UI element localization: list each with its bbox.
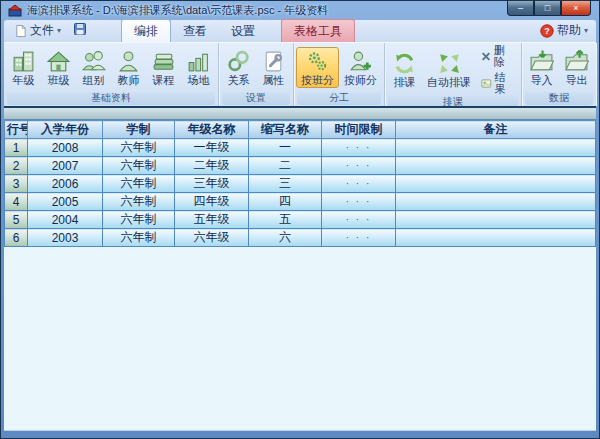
import-button-label: 导入 <box>531 74 553 87</box>
close-button[interactable]: × <box>561 1 591 16</box>
help-button[interactable]: ? 帮助 ▾ <box>538 20 596 42</box>
cell-grade-name[interactable]: 一年级 <box>175 139 249 157</box>
cell-abbr-name[interactable]: 六 <box>249 229 322 247</box>
result-button[interactable]: 结果 <box>481 71 514 95</box>
gears-icon <box>305 49 330 74</box>
cell-school-system[interactable]: 六年制 <box>103 211 175 229</box>
column-header-grade-name[interactable]: 年级名称 <box>175 121 249 139</box>
column-header-remark[interactable]: 备注 <box>396 121 596 139</box>
cell-school-system[interactable]: 六年制 <box>103 157 175 175</box>
maximize-button[interactable]: □ <box>534 1 561 16</box>
tab-table-tools[interactable]: 表格工具 <box>281 19 355 42</box>
cell-row-no[interactable]: 1 <box>5 139 28 157</box>
ribbon-group-basic-data: 年级 班级 组别 教师 课程 <box>4 43 219 106</box>
work-area: 行号 入学年份 学制 年级名称 缩写名称 时间限制 备注 1 2008 六年制 … <box>4 120 596 431</box>
tab-settings[interactable]: 设置 <box>219 20 267 42</box>
column-header-school-system[interactable]: 学制 <box>103 121 175 139</box>
auto-schedule-button[interactable]: 自动排课 <box>422 49 476 90</box>
cell-grade-name[interactable]: 三年级 <box>175 175 249 193</box>
window-title: 海滨排课系统 - D:\海滨排课系统\data\示范课表.psc - 年级资料 <box>27 3 328 18</box>
grade-button[interactable]: 年级 <box>6 47 41 88</box>
cell-row-no[interactable]: 5 <box>5 211 28 229</box>
delete-button-label: 删除 <box>494 44 514 68</box>
cell-time-limit[interactable]: · · · <box>322 175 396 193</box>
table-row: 3 2006 六年制 三年级 三 · · · <box>5 175 596 193</box>
cell-abbr-name[interactable]: 五 <box>249 211 322 229</box>
teacher-button[interactable]: 教师 <box>111 47 146 88</box>
cell-remark[interactable] <box>396 157 596 175</box>
column-header-entry-year[interactable]: 入学年份 <box>28 121 103 139</box>
column-header-abbr-name[interactable]: 缩写名称 <box>249 121 322 139</box>
cell-remark[interactable] <box>396 139 596 157</box>
cell-abbr-name[interactable]: 一 <box>249 139 322 157</box>
relation-button[interactable]: 关系 <box>221 47 256 88</box>
table-row: 1 2008 六年制 一年级 一 · · · <box>5 139 596 157</box>
cell-entry-year[interactable]: 2008 <box>28 139 103 157</box>
cell-time-limit[interactable]: · · · <box>322 157 396 175</box>
cell-abbr-name[interactable]: 三 <box>249 175 322 193</box>
export-button[interactable]: 导出 <box>559 47 594 88</box>
export-icon <box>564 49 589 74</box>
cell-time-limit[interactable]: · · · <box>322 193 396 211</box>
venue-button[interactable]: 场地 <box>181 47 216 88</box>
cell-grade-name[interactable]: 五年级 <box>175 211 249 229</box>
cell-remark[interactable] <box>396 229 596 247</box>
cell-entry-year[interactable]: 2004 <box>28 211 103 229</box>
window-controls: – □ × <box>507 1 591 16</box>
schedule-button[interactable]: 排课 <box>387 49 422 90</box>
tab-view[interactable]: 查看 <box>171 20 219 42</box>
cell-time-limit[interactable]: · · · <box>322 139 396 157</box>
tab-arrange[interactable]: 编排 <box>121 19 171 42</box>
divide-by-class-button[interactable]: 按班分 <box>296 47 339 88</box>
cell-abbr-name[interactable]: 四 <box>249 193 322 211</box>
export-button-label: 导出 <box>566 74 588 87</box>
course-button[interactable]: 课程 <box>146 47 181 88</box>
cell-remark[interactable] <box>396 175 596 193</box>
cell-entry-year[interactable]: 2007 <box>28 157 103 175</box>
cell-grade-name[interactable]: 六年级 <box>175 229 249 247</box>
file-menu-button[interactable]: 文件 ▾ <box>8 20 67 41</box>
cell-school-system[interactable]: 六年制 <box>103 229 175 247</box>
cell-row-no[interactable]: 6 <box>5 229 28 247</box>
help-icon: ? <box>540 24 554 38</box>
group-label-data: 数据 <box>525 92 593 105</box>
cell-abbr-name[interactable]: 二 <box>249 157 322 175</box>
import-button[interactable]: 导入 <box>524 47 559 88</box>
table-row: 6 2003 六年制 六年级 六 · · · <box>5 229 596 247</box>
cell-row-no[interactable]: 3 <box>5 175 28 193</box>
minimize-button[interactable]: – <box>507 1 534 16</box>
cell-row-no[interactable]: 2 <box>5 157 28 175</box>
save-button[interactable] <box>69 20 91 41</box>
group-button-label: 组别 <box>83 74 105 87</box>
property-button[interactable]: 属性 <box>256 47 291 88</box>
file-menu-label: 文件 <box>30 22 54 39</box>
cell-row-no[interactable]: 4 <box>5 193 28 211</box>
cell-grade-name[interactable]: 二年级 <box>175 157 249 175</box>
delete-button[interactable]: 删除 <box>481 44 514 68</box>
cell-entry-year[interactable]: 2005 <box>28 193 103 211</box>
divide-by-teacher-button[interactable]: 按师分 <box>339 47 382 88</box>
column-header-time-limit[interactable]: 时间限制 <box>322 121 396 139</box>
cell-school-system[interactable]: 六年制 <box>103 139 175 157</box>
cell-entry-year[interactable]: 2003 <box>28 229 103 247</box>
table-header-row: 行号 入学年份 学制 年级名称 缩写名称 时间限制 备注 <box>5 121 596 139</box>
delete-icon <box>481 51 491 62</box>
cell-school-system[interactable]: 六年制 <box>103 175 175 193</box>
cell-grade-name[interactable]: 四年级 <box>175 193 249 211</box>
cell-time-limit[interactable]: · · · <box>322 211 396 229</box>
cell-time-limit[interactable]: · · · <box>322 229 396 247</box>
group-label-basic-data: 基础资料 <box>7 92 215 105</box>
save-icon <box>73 22 87 36</box>
column-header-row-no[interactable]: 行号 <box>5 121 28 139</box>
cell-remark[interactable] <box>396 211 596 229</box>
cell-remark[interactable] <box>396 193 596 211</box>
grade-table: 行号 入学年份 学制 年级名称 缩写名称 时间限制 备注 1 2008 六年制 … <box>4 120 596 247</box>
cell-school-system[interactable]: 六年制 <box>103 193 175 211</box>
ribbon-tab-row: 文件 ▾ 编排 查看 设置 表格工具 ? 帮助 ▾ <box>4 20 596 42</box>
group-button[interactable]: 组别 <box>76 47 111 88</box>
help-label: 帮助 <box>557 22 581 39</box>
app-icon <box>8 4 22 17</box>
cell-entry-year[interactable]: 2006 <box>28 175 103 193</box>
group-label-settings: 设置 <box>222 92 290 105</box>
class-button[interactable]: 班级 <box>41 47 76 88</box>
